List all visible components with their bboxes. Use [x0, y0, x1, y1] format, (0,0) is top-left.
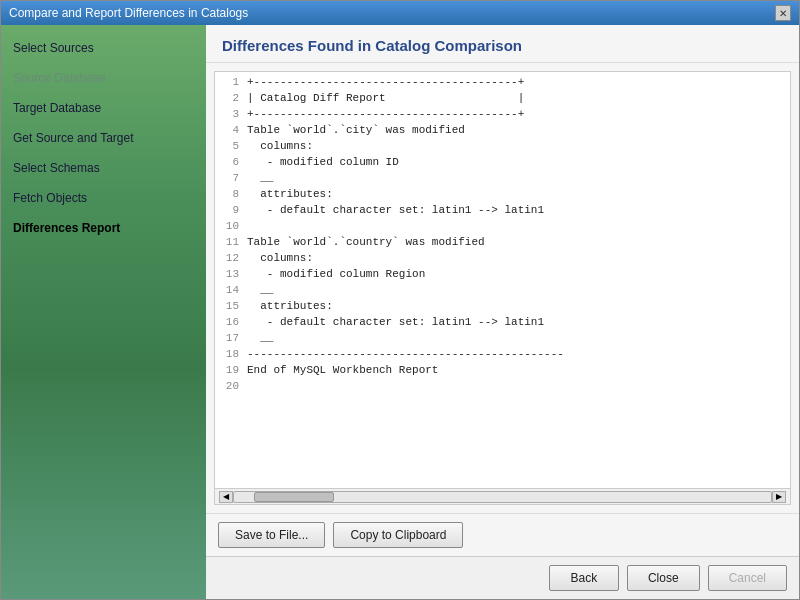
line-content: Table `world`.`country` was modified — [247, 236, 786, 248]
line-content: Table `world`.`city` was modified — [247, 124, 786, 136]
scrollbar-thumb[interactable] — [254, 492, 334, 502]
sidebar-item-label: Source Database — [13, 71, 106, 85]
report-line: 3+--------------------------------------… — [219, 108, 786, 124]
line-number: 2 — [219, 92, 247, 104]
report-line: 4Table `world`.`city` was modified — [219, 124, 786, 140]
cancel-button[interactable]: Cancel — [708, 565, 787, 591]
line-number: 12 — [219, 252, 247, 264]
report-line: 10 — [219, 220, 786, 236]
line-content: - default character set: latin1 --> lati… — [247, 316, 786, 328]
line-content: +---------------------------------------… — [247, 76, 786, 88]
line-number: 1 — [219, 76, 247, 88]
line-content: __ — [247, 284, 786, 296]
report-inner: 1+--------------------------------------… — [214, 71, 791, 505]
sidebar-item-fetch-objects[interactable]: Fetch Objects — [1, 183, 206, 213]
line-number: 11 — [219, 236, 247, 248]
line-number: 3 — [219, 108, 247, 120]
line-content: End of MySQL Workbench Report — [247, 364, 786, 376]
report-text[interactable]: 1+--------------------------------------… — [215, 72, 790, 488]
main-window: Compare and Report Differences in Catalo… — [0, 0, 800, 600]
sidebar-item-get-source-target[interactable]: Get Source and Target — [1, 123, 206, 153]
line-number: 15 — [219, 300, 247, 312]
horizontal-scrollbar-area: ◀ ▶ — [215, 488, 790, 504]
sidebar-item-select-sources[interactable]: Select Sources — [1, 33, 206, 63]
line-number: 9 — [219, 204, 247, 216]
content-header: Differences Found in Catalog Comparison — [206, 25, 799, 63]
line-content: | Catalog Diff Report | — [247, 92, 786, 104]
main-content: Select Sources Source Database Target Da… — [1, 25, 799, 599]
line-number: 6 — [219, 156, 247, 168]
sidebar-item-label: Get Source and Target — [13, 131, 134, 145]
back-button[interactable]: Back — [549, 565, 619, 591]
report-line: 11Table `world`.`country` was modified — [219, 236, 786, 252]
line-number: 20 — [219, 380, 247, 392]
sidebar-item-select-schemas[interactable]: Select Schemas — [1, 153, 206, 183]
sidebar-item-target-database[interactable]: Target Database — [1, 93, 206, 123]
line-number: 7 — [219, 172, 247, 184]
line-content: ----------------------------------------… — [247, 348, 786, 360]
content-area: Differences Found in Catalog Comparison … — [206, 25, 799, 599]
line-number: 16 — [219, 316, 247, 328]
line-content: - modified column ID — [247, 156, 786, 168]
line-number: 5 — [219, 140, 247, 152]
line-number: 8 — [219, 188, 247, 200]
line-content: - default character set: latin1 --> lati… — [247, 204, 786, 216]
close-button[interactable]: Close — [627, 565, 700, 591]
action-button-row: Save to File... Copy to Clipboard — [206, 513, 799, 556]
horizontal-scrollbar[interactable] — [233, 491, 772, 503]
report-line: 19End of MySQL Workbench Report — [219, 364, 786, 380]
report-line: 14 __ — [219, 284, 786, 300]
title-bar: Compare and Report Differences in Catalo… — [1, 1, 799, 25]
report-container: 1+--------------------------------------… — [206, 63, 799, 513]
line-number: 10 — [219, 220, 247, 232]
line-number: 14 — [219, 284, 247, 296]
report-line: 2| Catalog Diff Report | — [219, 92, 786, 108]
scroll-right-button[interactable]: ▶ — [772, 491, 786, 503]
report-line: 17 __ — [219, 332, 786, 348]
line-content: __ — [247, 332, 786, 344]
line-content: columns: — [247, 252, 786, 264]
report-line: 20 — [219, 380, 786, 396]
report-line: 12 columns: — [219, 252, 786, 268]
sidebar-item-source-database[interactable]: Source Database — [1, 63, 206, 93]
report-line: 7 __ — [219, 172, 786, 188]
line-content: - modified column Region — [247, 268, 786, 280]
line-content: __ — [247, 172, 786, 184]
sidebar-item-label: Select Sources — [13, 41, 94, 55]
line-content: +---------------------------------------… — [247, 108, 786, 120]
line-number: 17 — [219, 332, 247, 344]
report-line: 16 - default character set: latin1 --> l… — [219, 316, 786, 332]
report-line: 5 columns: — [219, 140, 786, 156]
report-line: 18--------------------------------------… — [219, 348, 786, 364]
line-number: 4 — [219, 124, 247, 136]
window-close-button[interactable]: ✕ — [775, 5, 791, 21]
sidebar-item-label: Target Database — [13, 101, 101, 115]
scroll-left-button[interactable]: ◀ — [219, 491, 233, 503]
sidebar-item-label: Fetch Objects — [13, 191, 87, 205]
report-line: 13 - modified column Region — [219, 268, 786, 284]
report-line: 15 attributes: — [219, 300, 786, 316]
sidebar-item-label: Select Schemas — [13, 161, 100, 175]
sidebar-item-label: Differences Report — [13, 221, 120, 235]
content-heading: Differences Found in Catalog Comparison — [222, 37, 783, 54]
copy-to-clipboard-button[interactable]: Copy to Clipboard — [333, 522, 463, 548]
close-icon: ✕ — [779, 8, 787, 19]
report-line: 1+--------------------------------------… — [219, 76, 786, 92]
report-line: 9 - default character set: latin1 --> la… — [219, 204, 786, 220]
line-content: attributes: — [247, 300, 786, 312]
line-content: columns: — [247, 140, 786, 152]
window-title: Compare and Report Differences in Catalo… — [9, 6, 248, 20]
line-number: 18 — [219, 348, 247, 360]
sidebar: Select Sources Source Database Target Da… — [1, 25, 206, 599]
report-line: 8 attributes: — [219, 188, 786, 204]
line-content: attributes: — [247, 188, 786, 200]
save-to-file-button[interactable]: Save to File... — [218, 522, 325, 548]
footer-row: Back Close Cancel — [206, 556, 799, 599]
line-number: 19 — [219, 364, 247, 376]
report-line: 6 - modified column ID — [219, 156, 786, 172]
sidebar-item-differences-report[interactable]: Differences Report — [1, 213, 206, 243]
line-number: 13 — [219, 268, 247, 280]
